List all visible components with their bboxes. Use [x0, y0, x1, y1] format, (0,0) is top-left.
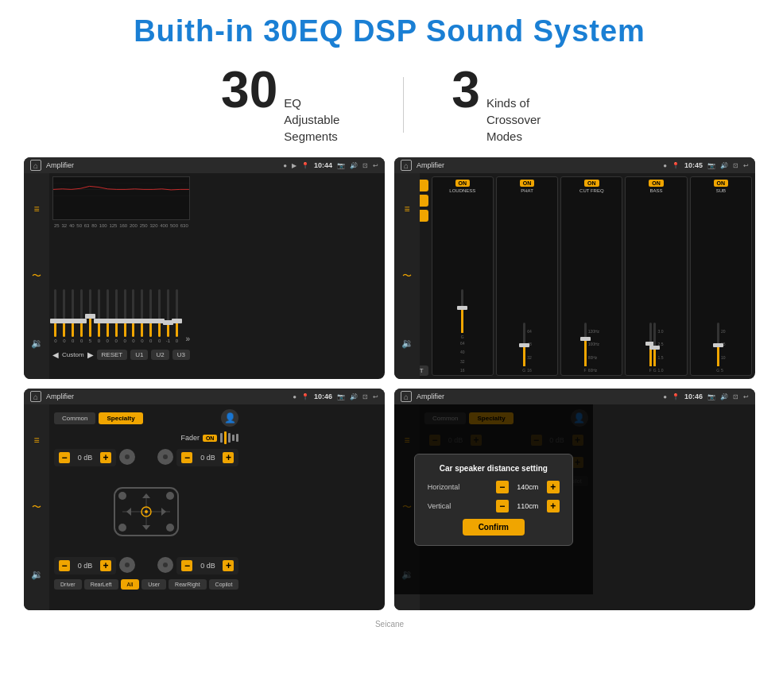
screen4-status-bar: Amplifier ● 📍 10:46 📷 🔊 ⊡ ↩ [394, 389, 755, 404]
horizontal-label: Horizontal [428, 483, 491, 491]
back-icon-2[interactable]: ↩ [743, 162, 749, 169]
equalizer-icon-2[interactable]: ≡ [404, 203, 409, 215]
vol-minus-2[interactable]: − [181, 452, 192, 463]
volume-icon-3: 🔊 [350, 393, 358, 400]
eq-slider-11[interactable]: 0 [139, 289, 145, 343]
eq-slider-4[interactable]: 0 [79, 289, 85, 343]
camera-icon: 📷 [337, 162, 345, 169]
vol-minus-3[interactable]: − [59, 560, 70, 571]
all-btn[interactable]: All [121, 579, 140, 590]
speaker-icon-2[interactable]: 🔉 [401, 338, 413, 349]
speaker-icon[interactable]: 🔉 [31, 338, 43, 349]
home-icon-4[interactable] [401, 391, 412, 402]
svg-point-15 [118, 524, 126, 532]
home-icon[interactable] [30, 160, 41, 171]
wave-icon-2[interactable]: 〜 [402, 269, 412, 283]
eq-slider-6[interactable]: 0 [95, 289, 102, 343]
eq-slider-2[interactable]: 0 [61, 289, 68, 343]
chevron-right-icon[interactable]: » [185, 335, 190, 343]
back-icon-3[interactable]: ↩ [373, 393, 378, 400]
horizontal-minus[interactable]: − [496, 481, 509, 493]
svg-point-8 [145, 510, 148, 513]
rearleft-btn[interactable]: RearLeft [84, 579, 118, 590]
vertical-plus[interactable]: + [547, 500, 560, 512]
u2-button[interactable]: U2 [151, 350, 169, 360]
eq-custom-label: Custom [62, 351, 84, 358]
bass-freq: 3.0 2.5 1.5 1.0 [658, 329, 664, 373]
eq-slider-13[interactable]: 0 [157, 289, 163, 343]
svg-point-14 [166, 492, 174, 500]
eq-graph [52, 176, 190, 220]
eq-slider-3[interactable]: 0 [70, 289, 76, 343]
home-icon-3[interactable] [30, 391, 41, 402]
position-buttons: Driver RearLeft All User RearRight Copil… [54, 579, 238, 590]
equalizer-icon[interactable]: ≡ [33, 203, 39, 215]
stats-row: 30 EQ Adjustable Segments 3 Kinds of Cro… [0, 56, 779, 157]
location-icon: 📍 [301, 162, 309, 169]
volume-rows-top: − 0 dB + − 0 dB + [54, 449, 238, 466]
horizontal-plus[interactable]: + [547, 481, 560, 493]
vertical-minus[interactable]: − [496, 500, 509, 512]
eq-more: » [185, 335, 190, 343]
screen1-eq-main: 25 32 40 50 63 80 100 125 160 200 250 32… [49, 173, 193, 363]
driver-btn[interactable]: Driver [54, 579, 82, 590]
copilot-btn[interactable]: Copilot [209, 579, 239, 590]
eq-slider-14[interactable]: -1 [165, 289, 172, 343]
tab-common[interactable]: Common [54, 412, 95, 424]
equalizer-icon-3[interactable]: ≡ [33, 435, 39, 446]
screen1-inner: ≡ 〜 🔉 [24, 173, 385, 379]
bass-name: BASS [650, 188, 663, 193]
page-title: Buith-in 30EQ DSP Sound System [0, 0, 779, 56]
window-icon-2: ⊡ [733, 162, 738, 169]
wave-icon[interactable]: 〜 [32, 269, 41, 283]
u3-button[interactable]: U3 [172, 350, 190, 360]
dot-icon-3: ● [293, 393, 296, 400]
tab-specialty[interactable]: Specialty [99, 412, 142, 424]
user-settings-icon[interactable]: 👤 [221, 409, 238, 427]
u1-button[interactable]: U1 [130, 350, 148, 360]
eq-slider-1[interactable]: 0 [52, 289, 59, 343]
vol-val-4: 0 dB [196, 562, 219, 570]
speaker-dot-tr [157, 449, 173, 465]
vol-minus-1[interactable]: − [59, 452, 70, 463]
channel-bass: ON BASS F G [625, 176, 687, 376]
fader-on-badge: ON [203, 435, 218, 442]
back-icon-4[interactable]: ↩ [743, 393, 749, 400]
eq-slider-15[interactable]: 0 [173, 289, 180, 343]
reset-button[interactable]: RESET [97, 350, 128, 360]
eq-slider-12[interactable]: 0 [148, 289, 154, 343]
horizontal-value: 140cm [514, 483, 542, 491]
back-icon[interactable]: ↩ [373, 162, 378, 169]
sub-sliders: G 20 15 10 5 [716, 195, 725, 373]
horizontal-row: Horizontal − 140cm + [428, 481, 560, 493]
next-icon[interactable]: ▶ [87, 350, 94, 359]
eq-slider-7[interactable]: 0 [104, 289, 110, 343]
confirm-button[interactable]: Confirm [463, 519, 525, 536]
vol-plus-2[interactable]: + [223, 452, 234, 463]
speaker-diagram [54, 471, 238, 552]
watermark: Seicane [0, 618, 779, 630]
vol-plus-3[interactable]: + [100, 560, 111, 571]
speaker-icon-3[interactable]: 🔉 [31, 569, 43, 580]
sub-name: SUB [716, 188, 726, 193]
phat-on: ON [520, 180, 535, 187]
volume-icon: 🔊 [350, 162, 358, 169]
home-icon-2[interactable] [401, 160, 412, 171]
eq-slider-10[interactable]: 0 [130, 289, 137, 343]
wave-icon-3[interactable]: 〜 [32, 501, 41, 514]
eq-slider-9[interactable]: 0 [122, 289, 128, 343]
bass-on: ON [649, 180, 664, 187]
screen1-eq: Amplifier ● ▶ 📍 10:44 📷 🔊 ⊡ ↩ ≡ 〜 🔉 [24, 157, 385, 379]
screenshots-grid: Amplifier ● ▶ 📍 10:44 📷 🔊 ⊡ ↩ ≡ 〜 🔉 [0, 157, 779, 618]
vol-plus-4[interactable]: + [223, 560, 234, 571]
prev-icon[interactable]: ◀ [52, 350, 59, 359]
vol-val-1: 0 dB [73, 454, 97, 462]
eq-slider-8[interactable]: 0 [113, 289, 119, 343]
vol-plus-1[interactable]: + [100, 452, 111, 463]
eq-slider-5[interactable]: 5 [87, 289, 94, 343]
eq-number: 30 [221, 64, 277, 115]
rearright-btn[interactable]: RearRight [169, 579, 207, 590]
vol-minus-4[interactable]: − [181, 560, 192, 571]
user-btn[interactable]: User [141, 579, 166, 590]
dot-icon: ● [283, 162, 287, 169]
